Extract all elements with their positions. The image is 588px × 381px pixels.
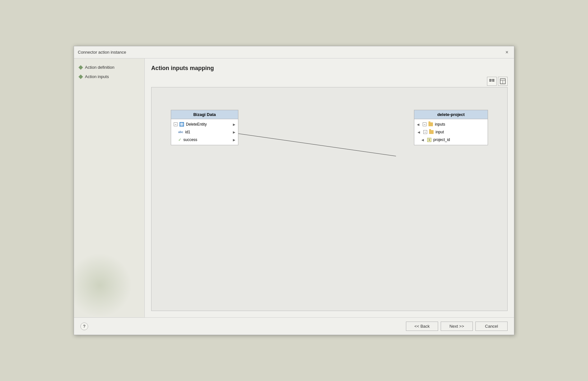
expander-icon[interactable]: − [423,130,427,134]
back-button[interactable]: << Back [406,322,438,331]
delete-project-body: ◀ − inputs ◀ − input [414,119,488,145]
project-id-label: project_id [433,137,485,142]
close-button[interactable]: × [504,49,510,56]
svg-rect-0 [489,79,492,80]
sidebar-item-label: Action definition [85,65,115,70]
bizagi-data-header: Bizagi Data [171,110,238,119]
mapping-canvas: Bizagi Data − DeleteEntity ▶ [151,87,508,311]
arrange-btn[interactable] [487,77,497,86]
arrow-left-icon: ◀ [417,123,419,126]
check-icon: ✓ [178,137,181,142]
delete-entity-row: − DeleteEntity ▶ [171,120,238,128]
folder-icon [429,130,434,134]
expander-icon[interactable]: − [174,122,178,126]
input-row: ◀ − input [414,128,488,136]
dialog-titlebar: Connector action instance × [74,46,514,58]
number-icon: 1 [427,138,431,142]
input-label: input [436,130,485,134]
success-label: success [183,137,231,142]
arrow-right-icon: ▶ [233,138,235,142]
layout-btn[interactable] [498,77,508,86]
project-id-row: ◀ 1 project_id [414,136,488,144]
sidebar-item-action-inputs[interactable]: Action inputs [79,74,139,79]
svg-line-14 [238,134,396,156]
delete-project-node: delete-project ◀ − inputs ◀ − [414,110,488,145]
success-row: ✓ success ▶ [171,136,238,144]
bizagi-data-body: − DeleteEntity ▶ abc id1 ▶ [171,119,238,145]
arrow-right-icon: ▶ [233,130,235,134]
footer-right: << Back Next >> Cancel [406,322,508,331]
sidebar-item-label: Action inputs [85,74,109,79]
dialog: Connector action instance × Action defin… [74,46,514,335]
sidebar-item-action-definition[interactable]: Action definition [79,65,139,70]
svg-rect-4 [492,80,494,81]
sidebar: Action definition Action inputs [74,58,145,317]
folder-icon [428,122,433,126]
bizagi-data-node: Bizagi Data − DeleteEntity ▶ [171,110,238,145]
page-title: Action inputs mapping [151,65,508,72]
delete-project-header: delete-project [414,110,488,119]
mapping-toolbar [151,77,508,86]
abc-icon: abc [178,130,183,134]
inputs-row: ◀ − inputs [414,120,488,128]
dialog-body: Action definition Action inputs Action i… [74,58,514,317]
main-content: Action inputs mapping [145,58,514,317]
footer-left: ? [80,323,88,330]
inputs-label: inputs [435,122,485,127]
svg-rect-3 [492,79,494,80]
id1-row: abc id1 ▶ [171,128,238,136]
svg-rect-1 [489,80,492,81]
arrow-left-icon: ◀ [421,138,424,142]
diamond-icon [78,65,83,69]
delete-entity-label: DeleteEntity [186,122,231,127]
dialog-footer: ? << Back Next >> Cancel [74,317,514,335]
svg-rect-5 [492,81,494,82]
help-button[interactable]: ? [80,323,88,330]
id1-label: id1 [185,130,231,134]
expander-icon[interactable]: − [423,122,427,126]
next-button[interactable]: Next >> [441,322,473,331]
cancel-button[interactable]: Cancel [475,322,508,331]
arrow-right-icon: ▶ [233,123,235,126]
diamond-icon [78,74,83,79]
table-icon [179,122,184,127]
svg-rect-2 [489,81,492,82]
arrow-left-icon: ◀ [418,130,420,134]
svg-rect-10 [180,123,183,126]
layout-icon [500,78,506,84]
arrange-icon [489,78,495,84]
dialog-title: Connector action instance [78,50,126,55]
